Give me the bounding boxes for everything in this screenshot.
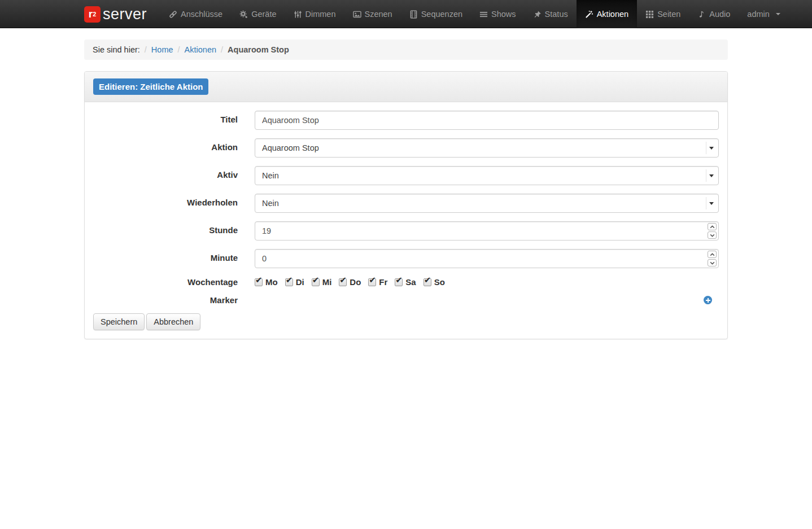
checkbox-checked[interactable]: ✔ — [339, 278, 347, 286]
nav-item-dimmen[interactable]: Dimmen — [285, 0, 344, 28]
checkbox-checked[interactable]: ✔ — [285, 278, 293, 286]
stunde-stepper — [708, 223, 717, 239]
nav-item-label: Sequenzen — [421, 10, 462, 19]
panel-heading: Editieren: Zeitliche Aktion — [85, 72, 727, 102]
music-icon — [697, 10, 706, 19]
check-icon: ✔ — [312, 276, 320, 284]
form-row-marker: Marker — [93, 295, 719, 305]
weekday-so[interactable]: ✔So — [424, 277, 445, 287]
breadcrumb-separator: / — [140, 45, 151, 54]
stunde-label: Stunde — [93, 221, 255, 241]
chevron-down-icon — [709, 174, 714, 177]
form-row-wiederholen: Wiederholen Nein — [93, 194, 719, 213]
aktiv-label: Aktiv — [93, 166, 255, 185]
nav-item-label: Shows — [491, 10, 516, 19]
weekday-do[interactable]: ✔Do — [339, 277, 361, 287]
minute-input[interactable] — [255, 249, 719, 268]
stunde-input[interactable] — [255, 221, 719, 241]
minute-step-up-button[interactable] — [708, 251, 717, 258]
aktion-select-value: Aquaroom Stop — [262, 143, 319, 152]
breadcrumb: Sie sind hier: / Home / Aktionen / Aquar… — [84, 40, 728, 60]
save-button[interactable]: Speichern — [93, 313, 145, 330]
edit-action-panel: Editieren: Zeitliche Aktion Titel Aktion… — [84, 71, 728, 339]
nav-item-anschluesse[interactable]: Anschlüsse — [160, 0, 231, 28]
form-actions: Speichern Abbrechen — [93, 313, 719, 330]
weekday-checkbox-group: ✔Mo ✔Di ✔Mi ✔Do ✔Fr ✔Sa ✔So — [255, 277, 719, 287]
checkbox-checked[interactable]: ✔ — [424, 278, 431, 286]
weekday-fr[interactable]: ✔Fr — [368, 277, 387, 287]
nav-item-sequenzen[interactable]: Sequenzen — [401, 0, 471, 28]
aktion-select[interactable]: Aquaroom Stop — [255, 138, 719, 158]
weekday-mo[interactable]: ✔Mo — [255, 277, 278, 287]
wiederholen-select[interactable]: Nein — [255, 194, 719, 213]
weekday-di[interactable]: ✔Di — [285, 277, 304, 287]
link-icon — [169, 10, 177, 19]
checkbox-checked[interactable]: ✔ — [395, 278, 403, 286]
nav-item-audio[interactable]: Audio — [689, 0, 739, 28]
breadcrumb-separator: / — [216, 45, 228, 54]
breadcrumb-current: Aquaroom Stop — [228, 45, 289, 54]
aktiv-select[interactable]: Nein — [255, 166, 719, 185]
panel-title-badge: Editieren: Zeitliche Aktion — [93, 78, 208, 95]
breadcrumb-separator: / — [173, 45, 185, 54]
wand-icon — [585, 10, 593, 19]
nav-item-label: Anschlüsse — [181, 10, 222, 19]
minute-label: Minute — [93, 249, 255, 268]
nav-item-geraete[interactable]: Geräte — [231, 0, 285, 28]
user-menu-label: admin — [747, 10, 770, 19]
wiederholen-label: Wiederholen — [93, 194, 255, 213]
checkbox-checked[interactable]: ✔ — [312, 278, 320, 286]
list-icon — [479, 10, 488, 19]
chevron-down-icon — [709, 202, 714, 205]
minute-step-down-button[interactable] — [708, 259, 717, 266]
nav-item-status[interactable]: Status — [525, 0, 577, 28]
chevron-up-icon — [710, 253, 715, 256]
aktiv-select-value: Nein — [262, 171, 279, 180]
wiederholen-select-value: Nein — [262, 199, 279, 208]
form-row-aktiv: Aktiv Nein — [93, 166, 719, 185]
add-marker-button[interactable] — [704, 296, 712, 304]
wochentage-label: Wochentage — [93, 277, 255, 287]
film-icon — [409, 10, 418, 19]
titel-label: Titel — [93, 111, 255, 130]
user-menu-admin[interactable]: admin — [739, 0, 789, 28]
nav-item-label: Aktionen — [597, 10, 628, 19]
nav-item-label: Szenen — [365, 10, 392, 19]
cancel-button[interactable]: Abbrechen — [146, 313, 200, 330]
nav-item-label: Status — [545, 10, 568, 19]
brand-logo[interactable]: r2 server — [84, 0, 160, 28]
breadcrumb-prefix: Sie sind hier: — [93, 45, 140, 54]
stunde-step-up-button[interactable] — [708, 223, 717, 230]
check-icon: ✔ — [369, 276, 376, 284]
brand-name: server — [103, 6, 147, 23]
chevron-down-icon — [709, 147, 714, 150]
form-row-aktion: Aktion Aquaroom Stop — [93, 138, 719, 158]
form-row-minute: Minute — [93, 249, 719, 268]
checkbox-checked[interactable]: ✔ — [255, 278, 263, 286]
nav-item-aktionen[interactable]: Aktionen — [577, 0, 637, 28]
nav-item-label: Geräte — [251, 10, 276, 19]
pushpin-icon — [533, 10, 542, 19]
picture-icon — [353, 10, 361, 19]
nav-item-szenen[interactable]: Szenen — [344, 0, 401, 28]
nav-item-label: Seiten — [657, 10, 680, 19]
check-icon: ✔ — [395, 276, 403, 284]
top-navbar: r2 server Anschlüsse Geräte Dimmen Szene… — [0, 0, 812, 28]
chevron-down-icon — [710, 261, 715, 265]
nav-item-seiten[interactable]: Seiten — [637, 0, 689, 28]
panel-body: Titel Aktion Aquaroom Stop Aktiv — [85, 102, 727, 339]
breadcrumb-link-aktionen[interactable]: Aktionen — [185, 45, 216, 54]
checkbox-checked[interactable]: ✔ — [368, 278, 376, 286]
aktion-label: Aktion — [93, 138, 255, 158]
sliders-icon — [294, 10, 302, 19]
minute-stepper — [708, 251, 717, 266]
stunde-step-down-button[interactable] — [708, 231, 717, 239]
breadcrumb-link-home[interactable]: Home — [151, 45, 173, 54]
weekday-sa[interactable]: ✔Sa — [395, 277, 416, 287]
check-icon: ✔ — [286, 276, 293, 284]
titel-input[interactable] — [255, 111, 719, 130]
nav-item-shows[interactable]: Shows — [471, 0, 525, 28]
weekday-mi[interactable]: ✔Mi — [312, 277, 332, 287]
nav-item-label: Dimmen — [305, 10, 336, 19]
nav-item-label: Audio — [709, 10, 730, 19]
